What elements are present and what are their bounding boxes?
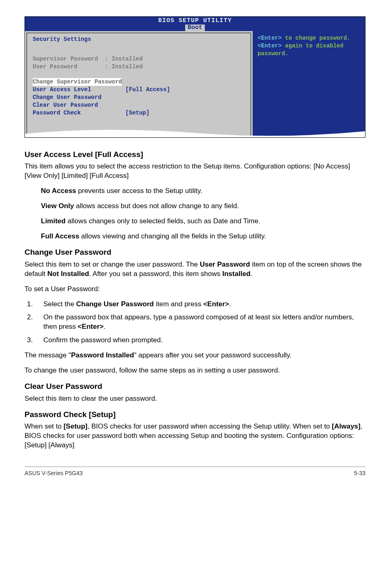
password-check-desc: When set to [Setup], BIOS checks for use… <box>25 422 365 450</box>
user-access-level-desc: This item allows you to select the acces… <box>25 162 365 181</box>
limited-text: allows changes only to selected fields, … <box>65 217 260 225</box>
full-access-line: Full Access allows viewing and changing … <box>41 232 365 241</box>
user-password-row: User Password : Installed <box>33 63 143 70</box>
password-check-label[interactable]: Password Check <box>33 110 81 116</box>
no-access-line: No Access prevents user access to the Se… <box>41 186 365 196</box>
security-settings-title: Security Settings <box>33 36 245 43</box>
bios-left-panel: Security Settings Supervisor Password : … <box>27 33 251 137</box>
bios-screenshot: BIOS SETUP UTILITY Boot Security Setting… <box>25 16 365 138</box>
change-supervisor-password-row[interactable]: Change Supervisor Password <box>33 78 122 86</box>
view-only-text: allows access but does not allow change … <box>74 202 239 210</box>
help-enter-2: <Enter> <box>258 43 282 49</box>
full-access-text: allows viewing and changing all the fiel… <box>79 232 266 240</box>
page-footer: ASUS V-Series P5G43 5-33 <box>25 467 365 477</box>
password-check-heading: Password Check [Setup] <box>25 409 365 420</box>
user-access-level-value: [Full Access] <box>91 86 170 93</box>
clear-user-password-row[interactable]: Clear User Password <box>33 102 98 108</box>
clear-user-password-heading: Clear User Password <box>25 381 365 392</box>
password-installed-msg: The message "Password Installed" appears… <box>25 351 365 360</box>
user-access-level-heading: User Access Level [Full Access] <box>25 149 365 160</box>
clear-user-password-desc: Select this item to clear the user passw… <box>25 394 365 404</box>
bios-header: BIOS SETUP UTILITY Boot <box>25 17 365 31</box>
bios-help-panel: <Enter> to change password. <Enter> agai… <box>253 31 365 137</box>
bios-title: BIOS SETUP UTILITY <box>25 18 365 25</box>
user-access-level-label[interactable]: User Access Level <box>33 86 91 93</box>
to-change-user-password: To change the user password, follow the … <box>25 366 365 375</box>
to-set-user-password: To set a User Password: <box>25 285 365 294</box>
change-user-password-heading: Change User Password <box>25 247 365 258</box>
help-enter-1: <Enter> <box>258 35 282 41</box>
step-3: Confirm the password when prompted. <box>27 336 365 345</box>
full-access-bold: Full Access <box>41 232 79 240</box>
view-only-line: View Only allows access but does not all… <box>41 202 365 211</box>
step-2: On the password box that appears, type a… <box>27 313 365 332</box>
bios-body: Security Settings Supervisor Password : … <box>25 31 365 137</box>
no-access-bold: No Access <box>41 187 76 195</box>
footer-right: 5-33 <box>354 469 365 477</box>
limited-line: Limited allows changes only to selected … <box>41 217 365 226</box>
footer-left: ASUS V-Series P5G43 <box>25 469 83 477</box>
help-text-1: to change password. <box>282 35 350 41</box>
set-password-steps: Select the Change User Password item and… <box>27 300 365 346</box>
supervisor-password-row: Supervisor Password : Installed <box>33 56 143 62</box>
change-user-password-row[interactable]: Change User Password <box>33 94 101 101</box>
change-user-password-desc: Select this item to set or change the us… <box>25 260 365 279</box>
password-check-value: [Setup] <box>81 110 150 116</box>
bios-active-tab: Boot <box>185 25 205 31</box>
no-access-text: prevents user access to the Setup utilit… <box>76 187 202 195</box>
view-only-bold: View Only <box>41 202 74 210</box>
step-1: Select the Change User Password item and… <box>27 300 365 309</box>
limited-bold: Limited <box>41 217 65 225</box>
